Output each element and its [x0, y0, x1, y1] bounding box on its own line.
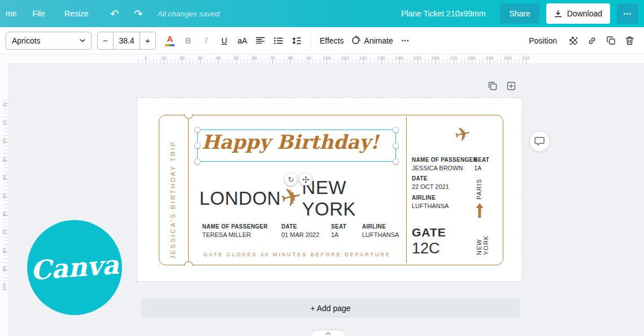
color-gradient-bar: [166, 44, 175, 46]
transparency-icon[interactable]: [569, 37, 577, 45]
effects-button[interactable]: Effects: [317, 32, 347, 50]
redo-icon[interactable]: ↷: [132, 7, 145, 20]
rotate-handle[interactable]: ↻: [285, 173, 297, 186]
stub-field-date[interactable]: DATE 22 OCT 2021: [412, 175, 449, 190]
route-from[interactable]: LONDON: [199, 188, 281, 209]
line-spacing-icon[interactable]: [288, 32, 305, 50]
ruler-v-label: 50: [2, 191, 7, 202]
ruler-v-label: 70: [2, 227, 7, 238]
selection-handle-right[interactable]: [393, 143, 399, 149]
comment-button[interactable]: [529, 131, 550, 152]
ruler-h-label: 160: [432, 55, 439, 61]
position-button[interactable]: Position: [529, 36, 557, 45]
ellipsis-icon: •••: [623, 11, 632, 17]
share-button[interactable]: Share: [500, 3, 539, 24]
font-size-stepper: − 38.4 +: [97, 32, 156, 50]
up-arrow-icon[interactable]: [476, 203, 484, 218]
ruler-h-label: 150: [414, 55, 421, 61]
rotate-icon: ↻: [288, 175, 294, 184]
field-passenger[interactable]: NAME OF PASSENGER TERESA MILLER: [202, 223, 268, 238]
ruler-h-label: 90: [306, 55, 311, 61]
ticket-spine-divider: [188, 115, 189, 265]
duplicate-page-icon[interactable]: [488, 81, 497, 91]
font-size-decrease-button[interactable]: −: [98, 32, 113, 49]
ruler-h-label: 20: [180, 55, 185, 61]
text-selection-box[interactable]: [197, 130, 396, 162]
field-airline[interactable]: AIRLINE LUFTHANSA: [362, 223, 399, 238]
field-value: 1A: [331, 231, 346, 238]
field-label: AIRLINE: [412, 195, 449, 201]
gate-label[interactable]: GATE: [412, 226, 446, 239]
ruler-h-label: 110: [341, 55, 349, 61]
field-value: 01 MAR 2022: [281, 231, 319, 238]
download-button[interactable]: Download: [546, 3, 610, 24]
selection-handle-top-left[interactable]: [194, 127, 201, 133]
doc-title[interactable]: Plane Ticket 210x99mm: [401, 9, 485, 18]
design-page[interactable]: JESSICA'S BIRTHDAY TRIP Happy Birthday! …: [137, 97, 523, 282]
download-label: Download: [567, 9, 602, 18]
route-to[interactable]: NEW YORK: [302, 177, 405, 220]
field-seat[interactable]: SEAT 1A: [331, 223, 346, 238]
ruler-v-label: 40: [2, 172, 7, 183]
move-handle[interactable]: [299, 173, 312, 186]
undo-icon[interactable]: ↶: [108, 7, 121, 20]
ruler-v-label: 80: [2, 245, 7, 256]
selection-handle-bottom-left[interactable]: [194, 158, 201, 165]
field-label: DATE: [281, 223, 319, 230]
underline-button[interactable]: U: [216, 32, 233, 50]
canva-editor: me File Resize ↶ ↷ All changes saved Pla…: [0, 0, 644, 336]
ruler-v-label: 0: [2, 100, 7, 111]
italic-button[interactable]: I: [198, 32, 215, 50]
menu-resize[interactable]: Resize: [64, 9, 89, 18]
menu-home[interactable]: me: [6, 9, 16, 18]
ruler-h-label: 60: [252, 55, 257, 61]
stub-destination-bottom[interactable]: NEW YORK: [476, 220, 489, 255]
selection-handle-left[interactable]: [194, 143, 201, 149]
animate-button[interactable]: Animate: [348, 32, 396, 50]
ruler-h-label: 200: [504, 55, 511, 61]
bottom-panel-tab[interactable]: [312, 330, 345, 336]
ruler-h-label: 100: [323, 55, 330, 61]
ticket-spine-text[interactable]: JESSICA'S BIRTHDAY TRIP: [169, 123, 176, 259]
text-case-button[interactable]: aA: [234, 32, 251, 50]
field-value: 22 OCT 2021: [412, 183, 449, 190]
ruler-h-label: 190: [486, 55, 493, 61]
stub-field-airline[interactable]: AIRLINE LUFTHANSA: [412, 195, 449, 209]
duplicate-icon[interactable]: [607, 36, 615, 45]
ruler-h-label: 0: [145, 55, 147, 61]
toolbar-divider: [311, 34, 311, 48]
text-align-icon[interactable]: [252, 32, 269, 50]
stub-field-passenger[interactable]: NAME OF PASSENGER JESSICA BROWN: [412, 157, 477, 171]
add-page-button[interactable]: + Add page: [141, 299, 520, 318]
bullet-list-icon[interactable]: [270, 32, 287, 50]
chevron-down-icon: [80, 39, 85, 42]
more-options-button[interactable]: •••: [617, 3, 638, 24]
font-size-increase-button[interactable]: +: [140, 32, 155, 49]
bold-button[interactable]: B: [180, 32, 197, 50]
ruler-h-label: 130: [377, 55, 385, 61]
font-family-select[interactable]: Apricots: [6, 32, 92, 50]
canva-logo: Canva: [27, 220, 122, 315]
menu-file[interactable]: File: [32, 9, 45, 18]
horizontal-ruler: 0102030405060708090100110120130140150160…: [0, 54, 644, 64]
text-color-button[interactable]: A: [162, 32, 179, 50]
add-page-icon[interactable]: [507, 81, 516, 91]
selection-handle-top-right[interactable]: [393, 127, 399, 133]
ruler-v-label: 10: [2, 118, 7, 129]
field-date[interactable]: DATE 01 MAR 2022: [281, 223, 319, 238]
gate-value[interactable]: 12C: [412, 240, 440, 257]
chevron-up-icon: [325, 332, 331, 335]
link-icon[interactable]: [588, 36, 597, 45]
font-size-value[interactable]: 38.4: [113, 32, 140, 49]
toolbar-more-button[interactable]: •••: [397, 32, 414, 50]
ruler-h-label: 10: [162, 55, 167, 61]
field-label: AIRLINE: [362, 223, 399, 230]
stub-destination-top[interactable]: PARIS: [476, 171, 482, 200]
ruler-h-label: 30: [198, 55, 203, 61]
stub-field-seat[interactable]: SEAT 1A: [474, 157, 489, 171]
trash-icon[interactable]: [625, 36, 634, 45]
gate-closes-note[interactable]: GATE CLOSES 30 MINUTES BEFORE DEPARTURE: [188, 252, 406, 257]
selection-handle-bottom-right[interactable]: [393, 158, 399, 165]
ruler-v-label: 100: [2, 282, 7, 293]
ruler-h-label: 70: [270, 55, 275, 61]
